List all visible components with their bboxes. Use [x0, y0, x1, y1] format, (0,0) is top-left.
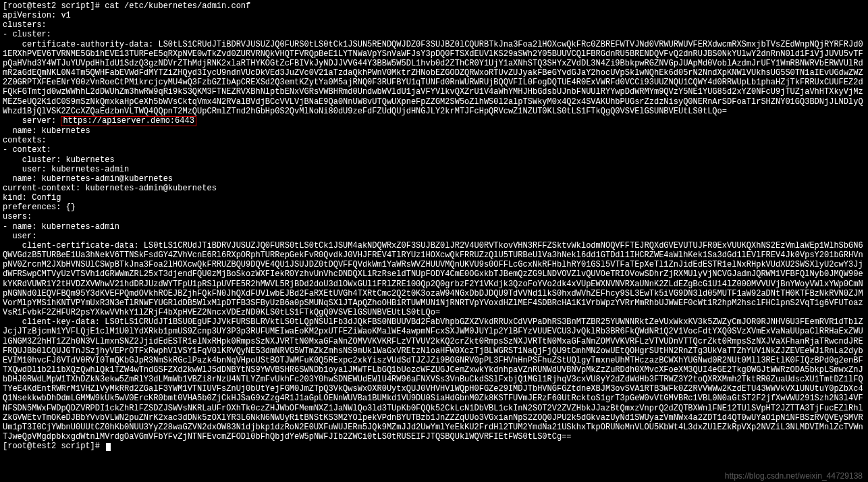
current-context: current-context: kubernetes-admin@kubern… [3, 184, 865, 193]
user-item: - name: kubernetes-admin [3, 222, 865, 232]
cluster-name: name: kubernetes [3, 126, 865, 136]
yaml-clusters: clusters: [3, 20, 865, 30]
prompt-line: [root@test2 script]# cat /etc/kubernetes… [3, 1, 865, 11]
command: cat /etc/kubernetes/admin.conf [105, 1, 250, 11]
context-cluster: cluster: kubernetes [3, 155, 865, 165]
client-certificate-data: client-certificate-data: LS0tLS1CRUdJTiB… [3, 241, 865, 317]
yaml-contexts: contexts: [3, 136, 865, 145]
next-prompt-line: [root@test2 script]# [3, 441, 865, 451]
preferences: preferences: {} [3, 203, 865, 212]
cursor [106, 443, 111, 451]
context-user: user: kubernetes-admin [3, 165, 865, 174]
yaml-context-item: - context: [3, 145, 865, 155]
terminal[interactable]: [root@test2 script]# cat /etc/kubernetes… [3, 1, 865, 451]
server-line: server: https://apiserver.demo:6443 [3, 116, 865, 126]
context-name: name: kubernetes-admin@kubernetes [3, 174, 865, 184]
prompt: [root@test2 script]# [3, 1, 105, 11]
prompt: [root@test2 script]# [3, 441, 105, 451]
watermark: https://blog.csdn.net/weixin_44729138 [725, 471, 863, 481]
client-key-data: client-key-data: LS0tLS1CRUdJTiBSU0EgUFJ… [3, 317, 865, 441]
user-sub: user: [3, 232, 865, 241]
yaml-apiversion: apiVersion: v1 [3, 11, 865, 20]
server-url-highlight: https://apiserver.demo:6443 [61, 116, 196, 126]
kind: kind: Config [3, 193, 865, 203]
users: users: [3, 212, 865, 221]
yaml-cluster-item: - cluster: [3, 30, 865, 39]
cert-authority-data: certificate-authority-data: LS0tLS1CRUdJ… [3, 40, 865, 116]
